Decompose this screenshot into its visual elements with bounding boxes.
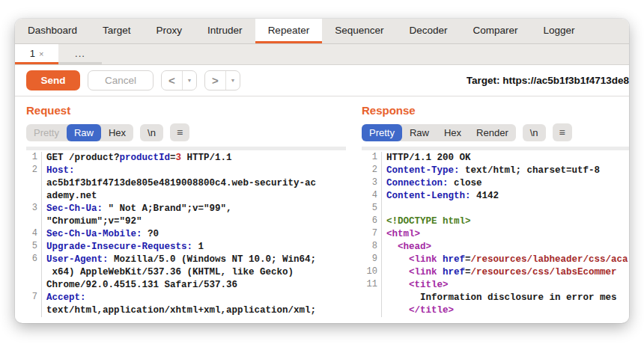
line-number bbox=[26, 266, 42, 279]
cancel-button[interactable]: Cancel bbox=[88, 70, 154, 90]
code-line: 10 <link href=/resources/css/labsEcommer bbox=[362, 266, 629, 279]
tab-logger[interactable]: Logger bbox=[531, 19, 588, 43]
repeater-session-tab-bar: 1× ... bbox=[15, 44, 629, 65]
next-request-split-button: > ▼ bbox=[204, 70, 240, 90]
tab-dashboard[interactable]: Dashboard bbox=[15, 19, 90, 43]
target-url-label: Target: https://ac5b1f3b1f4713de8 bbox=[467, 75, 629, 86]
response-panel: Response Pretty Raw Hex Render \n ≡ 1HTT… bbox=[350, 96, 629, 322]
request-editor-topstrip bbox=[26, 147, 346, 150]
line-number bbox=[26, 190, 42, 203]
code-text: ademy.net bbox=[42, 190, 346, 203]
response-panel-title: Response bbox=[362, 104, 629, 117]
code-text: HTTP/1.1 200 OK bbox=[382, 152, 629, 165]
line-number: 2 bbox=[362, 165, 382, 177]
code-line: x64) AppleWebKit/537.36 (KHTML, like Gec… bbox=[26, 266, 346, 279]
request-newline-toggle[interactable]: \n bbox=[140, 124, 163, 141]
send-button[interactable]: Send bbox=[26, 70, 80, 90]
code-line: 5 bbox=[362, 203, 629, 215]
request-menu-icon[interactable]: ≡ bbox=[170, 123, 189, 141]
response-view-tab-group: Pretty Raw Hex Render bbox=[362, 124, 516, 141]
code-text: Content-Type: text/html; charset=utf-8 bbox=[382, 165, 629, 177]
line-number bbox=[26, 279, 42, 292]
session-tab-1[interactable]: 1× bbox=[15, 44, 58, 64]
code-text: x64) AppleWebKit/537.36 (KHTML, like Gec… bbox=[42, 266, 346, 279]
code-text: text/html,application/xhtml+xml,applicat… bbox=[42, 304, 346, 317]
code-line: 1HTTP/1.1 200 OK bbox=[362, 152, 629, 165]
prev-dropdown-arrow-icon[interactable]: ▼ bbox=[182, 71, 196, 90]
response-editor-topstrip bbox=[362, 147, 629, 150]
tab-sequencer[interactable]: Sequencer bbox=[322, 19, 396, 43]
request-panel-title: Request bbox=[26, 104, 346, 117]
response-tab-pretty[interactable]: Pretty bbox=[362, 124, 402, 141]
code-line: 7<html> bbox=[362, 228, 629, 241]
line-number: 5 bbox=[362, 203, 382, 215]
close-icon[interactable]: × bbox=[39, 49, 43, 58]
tab-intruder[interactable]: Intruder bbox=[195, 19, 255, 43]
next-request-button[interactable]: > bbox=[205, 71, 225, 90]
response-menu-icon[interactable]: ≡ bbox=[553, 123, 572, 141]
code-line: 2Content-Type: text/html; charset=utf-8 bbox=[362, 165, 629, 177]
code-text: GET /product?productId=3 HTTP/1.1 bbox=[42, 152, 346, 165]
code-line: 8 <head> bbox=[362, 241, 629, 254]
line-number: 1 bbox=[26, 152, 42, 165]
line-number: 2 bbox=[26, 165, 42, 177]
code-line: 4Sec-Ch-Ua-Mobile: ?0 bbox=[26, 228, 346, 241]
next-dropdown-arrow-icon[interactable]: ▼ bbox=[225, 71, 240, 90]
code-text: Connection: close bbox=[382, 177, 629, 190]
code-text: </title> bbox=[382, 304, 629, 317]
request-editor[interactable]: 1GET /product?productId=3 HTTP/1.12Host:… bbox=[26, 147, 346, 317]
code-text: Accept: bbox=[42, 292, 346, 304]
code-text: <html> bbox=[382, 228, 629, 241]
code-text: Upgrade-Insecure-Requests: 1 bbox=[42, 241, 346, 254]
code-line: 6<!DOCTYPE html> bbox=[362, 215, 629, 228]
code-line: ac5b1f3b1f4713de805e4819008800c4.web-sec… bbox=[26, 177, 346, 190]
line-number bbox=[362, 292, 382, 304]
tab-target[interactable]: Target bbox=[90, 19, 144, 43]
code-line: 11 <title> bbox=[362, 279, 629, 292]
code-line: Information disclosure in error mes bbox=[362, 292, 629, 304]
response-tab-render[interactable]: Render bbox=[469, 124, 516, 141]
code-line: "Chromium";v="92" bbox=[26, 215, 346, 228]
prev-request-split-button: < ▼ bbox=[161, 70, 197, 90]
line-number: 9 bbox=[362, 254, 382, 266]
code-line: text/html,application/xhtml+xml,applicat… bbox=[26, 304, 346, 317]
line-number: 3 bbox=[26, 203, 42, 215]
line-number: 8 bbox=[362, 241, 382, 254]
tab-comparer[interactable]: Comparer bbox=[461, 19, 531, 43]
main-tab-bar: Dashboard Target Proxy Intruder Repeater… bbox=[15, 19, 629, 44]
code-line: ademy.net bbox=[26, 190, 346, 203]
request-view-tab-group: Pretty Raw Hex bbox=[26, 124, 133, 141]
line-number: 4 bbox=[362, 190, 382, 203]
tab-proxy[interactable]: Proxy bbox=[144, 19, 195, 43]
code-text: <!DOCTYPE html> bbox=[382, 215, 629, 228]
code-text: Chrome/92.0.4515.131 Safari/537.36 bbox=[42, 279, 346, 292]
code-text: "Chromium";v="92" bbox=[42, 215, 346, 228]
response-newline-toggle[interactable]: \n bbox=[523, 124, 546, 141]
response-editor[interactable]: 1HTTP/1.1 200 OK2Content-Type: text/html… bbox=[362, 147, 629, 317]
request-panel: Request Pretty Raw Hex \n ≡ 1GET /produc… bbox=[15, 96, 346, 322]
response-tab-hex[interactable]: Hex bbox=[437, 124, 469, 141]
code-line: 6User-Agent: Mozilla/5.0 (Windows NT 10.… bbox=[26, 254, 346, 266]
request-tab-hex[interactable]: Hex bbox=[101, 124, 133, 141]
request-tab-pretty[interactable]: Pretty bbox=[26, 124, 67, 141]
repeater-toolbar: Send Cancel < ▼ > ▼ Target: https://ac5b… bbox=[15, 65, 629, 96]
message-panels: Request Pretty Raw Hex \n ≡ 1GET /produc… bbox=[15, 96, 629, 322]
tab-decoder[interactable]: Decoder bbox=[396, 19, 460, 43]
line-number bbox=[26, 215, 42, 228]
tab-repeater[interactable]: Repeater bbox=[255, 19, 323, 43]
code-text: Information disclosure in error mes bbox=[382, 292, 629, 304]
line-number: 7 bbox=[26, 292, 42, 304]
code-line: Chrome/92.0.4515.131 Safari/537.36 bbox=[26, 279, 346, 292]
line-number: 10 bbox=[362, 266, 382, 279]
line-number: 6 bbox=[362, 215, 382, 228]
response-tab-raw[interactable]: Raw bbox=[402, 124, 437, 141]
line-number bbox=[362, 304, 382, 317]
code-text: User-Agent: Mozilla/5.0 (Windows NT 10.0… bbox=[42, 254, 346, 266]
code-text: <head> bbox=[382, 241, 629, 254]
line-number: 4 bbox=[26, 228, 42, 241]
code-text: <link href=/resources/css/labsEcommer bbox=[382, 266, 629, 279]
code-line: 3Connection: close bbox=[362, 177, 629, 190]
session-tab-more[interactable]: ... bbox=[58, 44, 102, 64]
prev-request-button[interactable]: < bbox=[162, 71, 182, 90]
request-tab-raw[interactable]: Raw bbox=[67, 124, 101, 141]
